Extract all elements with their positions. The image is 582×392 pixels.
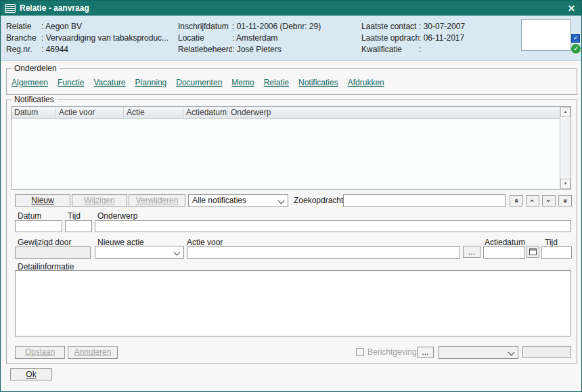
gewijzigd-door-input[interactable] bbox=[15, 246, 91, 259]
branche-value: : Vervaardiging van tabaksproduc... bbox=[41, 32, 169, 44]
next-record-button[interactable]: › bbox=[542, 195, 556, 206]
tijd2-input[interactable] bbox=[541, 246, 572, 259]
status-ok-icon: ✓ bbox=[571, 44, 581, 53]
actiedatum-input[interactable] bbox=[483, 246, 525, 259]
chevron-down-icon bbox=[508, 349, 515, 356]
relatie-aanvraag-window: Relatie - aanvraag ✕ Relatie : Aegon BV … bbox=[0, 0, 582, 392]
inschrijfdatum-label: Inschrijfdatum bbox=[178, 21, 232, 32]
window-icon bbox=[5, 4, 16, 13]
berichtgeving-label: Berichtgeving bbox=[367, 347, 417, 357]
tab-vacature[interactable]: Vacature bbox=[93, 78, 125, 87]
tab-planning[interactable]: Planning bbox=[135, 78, 167, 87]
double-chevron-up-icon: « bbox=[513, 198, 520, 202]
berichtgeving-dropdown[interactable] bbox=[439, 346, 518, 359]
double-chevron-down-icon: » bbox=[562, 198, 569, 202]
filter-dropdown[interactable]: Alle notificaties bbox=[188, 194, 288, 207]
table-scrollbar[interactable]: ▲ ▼ bbox=[560, 107, 570, 189]
berichtgeving-browse-button[interactable]: ... bbox=[417, 347, 434, 358]
tab-relatie[interactable]: Relatie bbox=[264, 78, 289, 87]
window-title: Relatie - aanvraag bbox=[20, 3, 89, 13]
locatie-label: Locatie bbox=[178, 32, 232, 44]
previous-record-button[interactable]: ‹ bbox=[526, 195, 539, 206]
tab-algemeen[interactable]: Algemeen bbox=[12, 78, 48, 87]
zoekopdracht-label: Zoekopdracht bbox=[294, 196, 343, 205]
onderdelen-legend: Onderdelen bbox=[12, 64, 60, 73]
wijzigen-button[interactable]: Wijzigen bbox=[72, 194, 127, 207]
locatie-value: : Amsterdam bbox=[232, 32, 277, 44]
photo-placeholder bbox=[521, 19, 571, 51]
tijd2-label: Tijd bbox=[545, 238, 558, 247]
actiedatum-label: Actiedatum bbox=[485, 238, 525, 247]
regnr-label: Reg.nr. bbox=[6, 44, 41, 56]
check-icon: ✓ bbox=[573, 45, 579, 52]
table-body[interactable] bbox=[12, 119, 560, 189]
scroll-up-icon[interactable]: ▲ bbox=[560, 107, 570, 117]
column-header-datum[interactable]: Datum bbox=[12, 107, 56, 118]
annuleren-button[interactable]: Annuleren bbox=[68, 346, 118, 359]
column-header-onderwerp[interactable]: Onderwerp bbox=[228, 107, 560, 118]
tab-notificaties[interactable]: Notificaties bbox=[298, 78, 338, 87]
berichtgeving-checkbox[interactable] bbox=[356, 348, 364, 356]
laatste-opdracht-row: Laatste opdrach : 06-11-2017 bbox=[361, 32, 465, 44]
laatste-opdracht-value: : 06-11-2017 bbox=[419, 32, 464, 44]
tab-functie[interactable]: Functie bbox=[58, 78, 84, 87]
actie-voor-browse-button[interactable]: ... bbox=[463, 246, 480, 258]
calendar-icon bbox=[529, 248, 537, 255]
chevron-down-icon bbox=[278, 198, 285, 204]
actie-voor-input[interactable] bbox=[187, 246, 460, 259]
branche-label: Branche bbox=[6, 32, 41, 44]
onderdelen-group: Onderdelen Algemeen Functie Vacature Pla… bbox=[6, 68, 577, 95]
detail-textarea[interactable] bbox=[15, 270, 571, 336]
scroll-down-icon[interactable]: ▼ bbox=[560, 179, 570, 189]
actie-voor-label: Actie voor bbox=[187, 238, 223, 247]
branche-row: Branche : Vervaardiging van tabaksproduc… bbox=[6, 32, 169, 44]
tab-documenten[interactable]: Documenten bbox=[176, 78, 222, 87]
tab-memo[interactable]: Memo bbox=[231, 78, 254, 87]
chevron-down-icon bbox=[174, 249, 181, 256]
relatiebeheerder-value: : José Pieters bbox=[232, 44, 282, 56]
record-nav: « ‹ › » bbox=[510, 195, 572, 206]
relatie-value: : Aegon BV bbox=[41, 21, 82, 32]
regnr-value: : 46944 bbox=[41, 44, 68, 56]
notificaties-legend: Notificaties bbox=[12, 95, 57, 104]
relatie-row: Relatie : Aegon BV bbox=[6, 21, 169, 32]
datum-input[interactable] bbox=[15, 220, 62, 232]
tab-afdrukken[interactable]: Afdrukken bbox=[348, 78, 384, 87]
header-checkbox[interactable]: ✓ bbox=[571, 34, 580, 43]
inschrijfdatum-row: Inschrijfdatum : 01-11-2006 (Debnr: 29) bbox=[178, 21, 321, 32]
verwijderen-button[interactable]: Verwijderen bbox=[129, 194, 185, 207]
kwalificatie-row: Kwalificatie : bbox=[361, 44, 465, 56]
search-input[interactable] bbox=[343, 194, 506, 207]
onderwerp-input[interactable] bbox=[95, 220, 571, 232]
actiedatum-calendar-button[interactable] bbox=[527, 246, 539, 258]
relatiebeheerder-row: Relatiebeheerde : José Pieters bbox=[178, 44, 321, 56]
nieuwe-actie-dropdown[interactable] bbox=[95, 246, 184, 259]
chevron-down-icon: › bbox=[545, 200, 552, 202]
column-header-actie-voor[interactable]: Actie voor bbox=[56, 107, 124, 118]
kwalificatie-value: : bbox=[419, 44, 421, 56]
notificaties-table: Datum Actie voor Actie Actiedatum Onderw… bbox=[11, 106, 571, 190]
first-record-button[interactable]: « bbox=[510, 195, 523, 206]
berichtgeving-input[interactable] bbox=[522, 346, 571, 358]
table-header: Datum Actie voor Actie Actiedatum Onderw… bbox=[12, 107, 560, 119]
titlebar: Relatie - aanvraag ✕ bbox=[1, 1, 581, 16]
close-icon[interactable]: ✕ bbox=[568, 3, 575, 14]
onderdelen-links: Algemeen Functie Vacature Planning Docum… bbox=[12, 78, 384, 87]
relatie-label: Relatie bbox=[6, 21, 41, 32]
nieuw-button[interactable]: Nieuw bbox=[15, 194, 70, 207]
onderwerp-label: Onderwerp bbox=[97, 211, 137, 221]
column-header-actie[interactable]: Actie bbox=[124, 107, 183, 118]
last-record-button[interactable]: » bbox=[558, 195, 572, 206]
inschrijfdatum-value: : 01-11-2006 (Debnr: 29) bbox=[232, 21, 321, 32]
ok-button[interactable]: Ok bbox=[10, 368, 52, 380]
relation-header: Relatie : Aegon BV Branche : Vervaardigi… bbox=[1, 16, 581, 61]
chevron-up-icon: ‹ bbox=[529, 200, 536, 202]
check-icon: ✓ bbox=[573, 35, 579, 41]
opslaan-button[interactable]: Opslaan bbox=[15, 346, 65, 359]
tijd-input[interactable] bbox=[65, 220, 92, 232]
relatiebeheerder-label: Relatiebeheerde bbox=[178, 44, 232, 56]
datum-label: Datum bbox=[18, 211, 41, 221]
regnr-row: Reg.nr. : 46944 bbox=[6, 44, 169, 56]
notificaties-group: Notificaties Datum Actie voor Actie Acti… bbox=[6, 100, 577, 364]
column-header-actiedatum[interactable]: Actiedatum bbox=[183, 107, 228, 118]
